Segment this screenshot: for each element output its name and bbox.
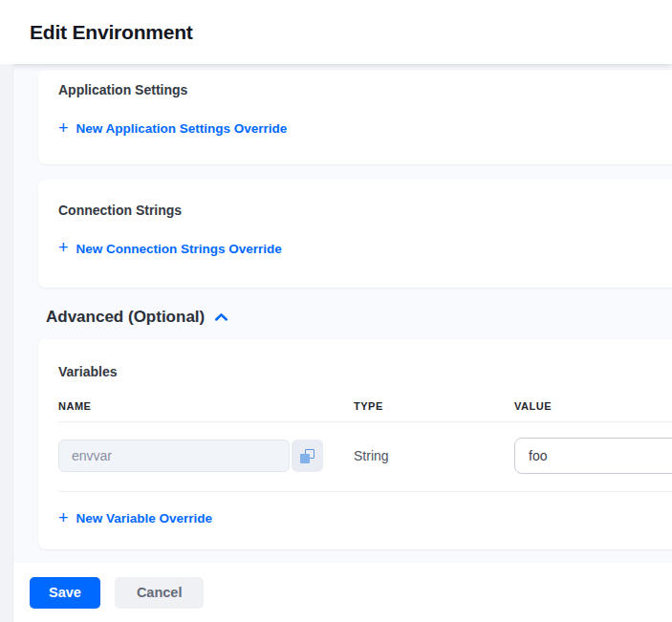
advanced-section-toggle[interactable]: Advanced (Optional) <box>46 308 672 327</box>
variable-name-input[interactable] <box>58 440 290 472</box>
new-variable-override-link[interactable]: + New Variable Override <box>58 511 212 525</box>
application-settings-title: Application Settings <box>58 82 672 97</box>
connection-strings-title: Connection Strings <box>58 203 672 218</box>
page-edge-strip <box>0 64 13 622</box>
new-application-settings-override-label: New Application Settings Override <box>76 121 288 136</box>
variables-card: Variables NAME TYPE VALUE String + <box>38 339 672 549</box>
plus-icon: + <box>58 511 69 525</box>
variable-name-group <box>58 440 323 472</box>
action-footer: Save Cancel <box>0 563 672 622</box>
plus-icon: + <box>58 121 69 135</box>
column-header-name: NAME <box>58 400 354 412</box>
advanced-section-title: Advanced (Optional) <box>46 308 205 327</box>
variable-row: String <box>58 422 672 492</box>
chevron-up-icon <box>214 312 228 322</box>
cancel-button[interactable]: Cancel <box>115 577 205 609</box>
variable-type-text: String <box>354 448 514 463</box>
copy-button[interactable] <box>292 440 323 472</box>
variables-table-header: NAME TYPE VALUE <box>58 400 672 422</box>
connection-strings-card: Connection Strings + New Connection Stri… <box>38 180 672 289</box>
application-settings-card: Application Settings + New Application S… <box>38 70 672 164</box>
page-header: Edit Environment <box>0 0 672 64</box>
copy-icon <box>300 449 314 463</box>
page-title: Edit Environment <box>30 21 193 44</box>
column-header-type: TYPE <box>354 400 514 412</box>
new-connection-strings-override-label: New Connection Strings Override <box>76 242 282 256</box>
new-variable-override-label: New Variable Override <box>76 511 213 525</box>
variable-value-input[interactable] <box>514 438 672 474</box>
save-button[interactable]: Save <box>30 577 100 609</box>
plus-icon: + <box>58 241 69 254</box>
new-application-settings-override-link[interactable]: + New Application Settings Override <box>58 121 287 136</box>
column-header-value: VALUE <box>514 400 672 412</box>
content-area: Application Settings + New Application S… <box>0 64 672 549</box>
new-connection-strings-override-link[interactable]: + New Connection Strings Override <box>58 242 282 256</box>
variables-title: Variables <box>58 364 672 379</box>
